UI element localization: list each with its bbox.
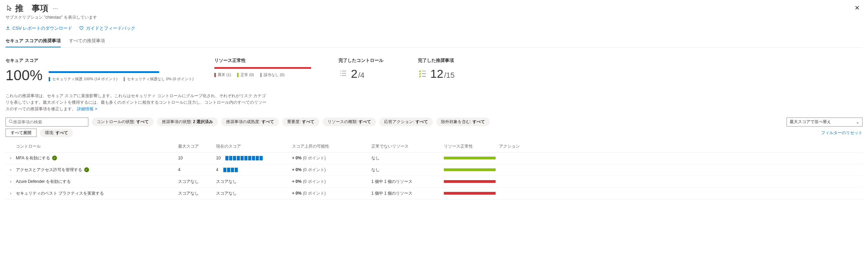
secure-score-label: セキュア スコア [6, 57, 194, 64]
sort-label: 最大スコアで並べ替え [790, 119, 831, 125]
filter-exempt[interactable]: 除外対象を含む: すべて [436, 118, 490, 126]
check-badge-icon: ✓ [84, 167, 89, 172]
resource-health-bar [444, 180, 499, 183]
control-name: MFA を有効にする✓ [16, 155, 178, 161]
col-control[interactable]: コントロール [16, 143, 178, 149]
col-max-score[interactable]: 最大スコア [178, 143, 216, 149]
table-row[interactable]: ›Azure Defender を有効にするスコアなしスコアなし+ 0%(0 ポ… [6, 176, 862, 188]
page-title: 推 事項 [15, 3, 48, 14]
list-icon [339, 69, 348, 78]
checklist-icon [418, 69, 427, 78]
resource-health-bar [444, 157, 499, 159]
max-score: スコアなし [178, 179, 216, 185]
legend-normal: 正常 (0) [237, 72, 254, 77]
tab-secure-score[interactable]: セキュア スコアの推奨事項 [6, 35, 61, 47]
controls-completed-num: 2 [351, 67, 358, 81]
score-segments [225, 156, 263, 160]
control-name: Azure Defender を有効にする [16, 179, 178, 185]
recs-completed-label: 完了した推奨事項 [418, 57, 477, 64]
more-menu[interactable]: ⋯ [52, 5, 58, 12]
search-input[interactable] [13, 120, 85, 124]
download-csv-label: CSV レポートのダウンロード [12, 25, 72, 31]
col-unhealthy[interactable]: 正常でないリソース [371, 143, 444, 149]
legend-abnormal: 異常 (1) [214, 72, 231, 77]
feedback-button[interactable]: ガイドとフィードバック [79, 25, 135, 31]
expand-chevron-icon[interactable]: › [6, 191, 16, 196]
table-row[interactable]: ›セキュリティのベスト プラクティスを実装するスコアなしスコアなし+ 0%(0 … [6, 188, 862, 199]
expand-chevron-icon[interactable]: › [6, 156, 16, 160]
table-row[interactable]: ›アクセスとアクセス許可を管理する✓44+ 0%(0 ポイント)なし [6, 164, 862, 176]
legend-na: 該当なし (0) [260, 72, 285, 77]
filter-resource-type[interactable]: リソースの種類: すべて [323, 118, 376, 126]
unhealthy-resources: なし [371, 167, 444, 173]
unhealthy-resources: なし [371, 155, 444, 161]
score-potential: + 0%(0 ポイント) [292, 190, 371, 196]
download-icon [6, 26, 10, 31]
score-potential: + 0%(0 ポイント) [292, 179, 371, 185]
unhealthy-resources: 1 個中 1 個のリソース [371, 190, 444, 196]
description-text: これらの推奨事項は、セキュア スコアに直接影響します。これらはセキュリティ コン… [6, 93, 268, 113]
check-badge-icon: ✓ [52, 156, 57, 160]
current-score: 4 [216, 167, 292, 172]
col-actions[interactable]: アクション [499, 143, 862, 149]
tab-all-recommendations[interactable]: すべての推奨事項 [69, 35, 105, 47]
reset-filters-link[interactable]: フィルターのリセット [821, 130, 862, 136]
page-subtitle: サブスクリプション "chtestao" を表示しています [6, 15, 97, 20]
controls-completed-label: 完了したコントロール [339, 57, 397, 64]
score-segments [223, 168, 238, 172]
heart-icon [79, 26, 84, 31]
col-health[interactable]: リソース正常性 [444, 143, 499, 149]
max-score: 4 [178, 167, 216, 172]
sort-dropdown[interactable]: 最大スコアで並べ替え ⌄ [787, 118, 862, 127]
filter-control-status[interactable]: コントロールの状態: すべて [92, 118, 154, 126]
score-potential: + 0%(0 ポイント) [292, 155, 371, 161]
cursor-icon [6, 4, 13, 12]
unhealthy-resources: 1 個中 1 個のリソース [371, 179, 444, 185]
col-current-score[interactable]: 現在のスコア [216, 143, 292, 149]
expand-chevron-icon[interactable]: › [6, 179, 16, 184]
resource-health-bar [214, 67, 311, 69]
current-score: 10 [216, 156, 292, 160]
legend-unprotected: セキュリティ保護なし 0% (0 ポイント) [124, 76, 194, 82]
feedback-label: ガイドとフィードバック [86, 25, 135, 31]
table-row[interactable]: ›MFA を有効にする✓1010+ 0%(0 ポイント)なし [6, 152, 862, 164]
max-score: スコアなし [178, 190, 216, 196]
chevron-down-icon: ⌄ [856, 120, 859, 124]
resource-health-bar [444, 168, 499, 171]
secure-score-value: 100% [6, 67, 42, 84]
score-potential: + 0%(0 ポイント) [292, 167, 371, 173]
filter-severity[interactable]: 重要度: すべて [282, 118, 319, 126]
expand-chevron-icon[interactable]: › [6, 167, 16, 172]
svg-point-0 [9, 120, 12, 122]
current-score: スコアなし [216, 190, 292, 196]
filter-maturity[interactable]: 推奨事項の成熟度: すべて [221, 118, 279, 126]
close-icon[interactable]: ✕ [852, 3, 862, 13]
max-score: 10 [178, 156, 216, 160]
secure-score-bar [49, 71, 159, 73]
learn-more-link[interactable]: 詳細情報 > [77, 106, 97, 111]
recs-completed-den: /15 [444, 71, 455, 80]
download-csv-button[interactable]: CSV レポートのダウンロード [6, 25, 72, 31]
control-name: アクセスとアクセス許可を管理する✓ [16, 167, 178, 173]
current-score: スコアなし [216, 179, 292, 185]
col-potential[interactable]: スコア上昇の可能性 [292, 143, 371, 149]
search-icon [9, 119, 13, 125]
filter-response-action[interactable]: 応答アクション: すべて [379, 118, 433, 126]
expand-all-button[interactable]: すべて展開 [6, 129, 37, 137]
resource-health-label: リソース正常性 [214, 57, 318, 64]
control-name: セキュリティのベスト プラクティスを実装する [16, 190, 178, 196]
controls-completed-den: /4 [358, 71, 364, 80]
filter-environment[interactable]: 環境: すべて [40, 129, 73, 137]
recs-completed-num: 12 [430, 67, 443, 81]
legend-protected: セキュリティ保護 100% (14 ポイント) [49, 76, 117, 82]
resource-health-bar [444, 192, 499, 195]
filter-rec-status[interactable]: 推奨事項の状態: 2 選択済み [157, 118, 218, 126]
search-input-wrapper[interactable] [6, 118, 88, 127]
